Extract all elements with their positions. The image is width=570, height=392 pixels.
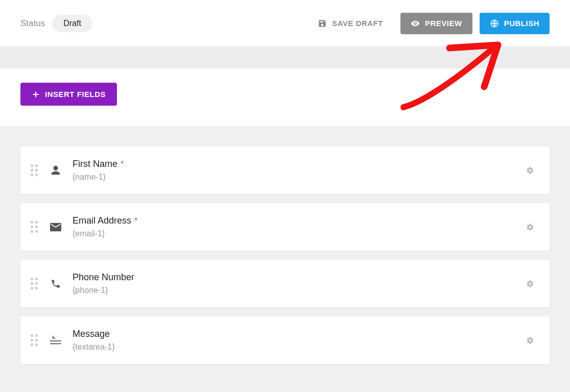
field-body: Email Address * {email-1} <box>73 215 523 238</box>
save-draft-button[interactable]: SAVE DRAFT <box>307 13 393 34</box>
field-label: Email Address <box>73 215 131 226</box>
drag-handle-icon[interactable] <box>31 334 38 346</box>
field-body: First Name * {name-1} <box>73 159 523 182</box>
field-token: {email-1} <box>73 229 523 238</box>
topbar-actions: SAVE DRAFT PREVIEW PUBLISH <box>307 13 550 34</box>
separator-band <box>0 47 570 68</box>
field-token: {name-1} <box>73 173 523 182</box>
status-group: Status Draft <box>20 15 92 32</box>
save-draft-label: SAVE DRAFT <box>332 19 383 28</box>
gear-icon <box>525 166 534 175</box>
insert-fields-label: INSERT FIELDS <box>45 90 106 99</box>
plus-icon <box>32 90 40 99</box>
field-label: Phone Number <box>73 272 134 283</box>
field-label: First Name <box>73 159 117 169</box>
gear-icon <box>525 223 534 232</box>
topbar: Status Draft SAVE DRAFT PREVIEW PUBLISH <box>0 0 570 47</box>
field-settings-button[interactable] <box>523 220 536 234</box>
drag-handle-icon[interactable] <box>31 278 38 289</box>
status-label: Status <box>20 18 45 29</box>
field-token: {phone-1} <box>73 286 523 295</box>
preview-label: PREVIEW <box>425 19 462 28</box>
required-star-icon: * <box>121 160 124 169</box>
status-badge: Draft <box>52 15 92 32</box>
gear-icon <box>525 336 534 345</box>
field-label: Message <box>73 329 110 339</box>
field-card-first-name[interactable]: First Name * {name-1} <box>20 146 550 194</box>
publish-button[interactable]: PUBLISH <box>480 13 550 34</box>
field-settings-button[interactable] <box>523 334 536 347</box>
field-settings-button[interactable] <box>523 277 536 290</box>
person-icon <box>49 165 62 176</box>
phone-icon <box>49 279 62 289</box>
drag-handle-icon[interactable] <box>31 164 38 176</box>
eye-icon <box>411 19 420 28</box>
save-icon <box>318 19 327 28</box>
field-card-message[interactable]: Message {textarea-1} <box>20 316 550 364</box>
drag-handle-icon[interactable] <box>31 221 38 233</box>
textarea-icon <box>49 336 62 345</box>
required-star-icon: * <box>134 216 137 226</box>
field-settings-button[interactable] <box>523 164 536 177</box>
gear-icon <box>525 279 534 288</box>
publish-label: PUBLISH <box>504 19 539 28</box>
field-body: Phone Number {phone-1} <box>73 272 523 295</box>
field-token: {textarea-1} <box>73 342 523 352</box>
field-card-phone[interactable]: Phone Number {phone-1} <box>20 260 550 307</box>
field-body: Message {textarea-1} <box>73 329 523 352</box>
envelope-icon <box>49 223 62 232</box>
field-card-email[interactable]: Email Address * {email-1} <box>20 203 550 251</box>
insert-fields-button[interactable]: INSERT FIELDS <box>20 83 117 106</box>
fields-list: First Name * {name-1} Email Address * {e… <box>0 126 570 364</box>
preview-button[interactable]: PREVIEW <box>400 13 472 34</box>
globe-icon <box>490 19 499 28</box>
insert-panel: INSERT FIELDS <box>0 68 570 126</box>
